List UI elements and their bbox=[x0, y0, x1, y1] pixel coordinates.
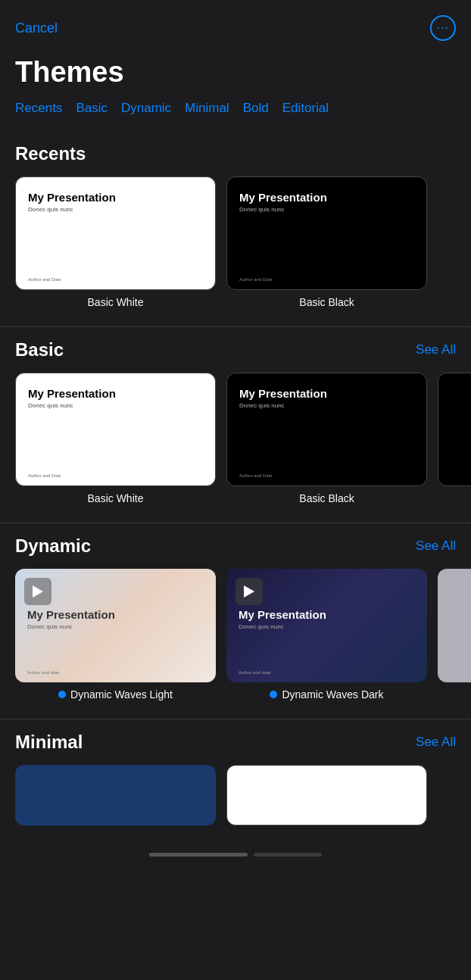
minimal-see-all-button[interactable]: See All bbox=[416, 735, 456, 750]
scroll-pill-inactive bbox=[254, 853, 322, 857]
preview-footer: Author and Date bbox=[239, 277, 414, 282]
theme-preview-partial bbox=[438, 373, 471, 486]
theme-preview-minimal-blue bbox=[15, 765, 216, 826]
preview-title: My Presentation bbox=[239, 608, 415, 621]
theme-card-minimal-white[interactable] bbox=[226, 765, 427, 826]
minimal-section: Minimal See All bbox=[0, 719, 471, 844]
category-tabs: Recents Basic Dynamic Minimal Bold Edito… bbox=[0, 101, 471, 131]
tab-recents[interactable]: Recents bbox=[15, 101, 62, 116]
preview-subtitle: Donec quis nunc bbox=[239, 623, 415, 630]
theme-card-partial-basic[interactable] bbox=[438, 373, 471, 504]
svg-marker-0 bbox=[33, 585, 43, 598]
theme-name: Basic Black bbox=[299, 296, 354, 308]
theme-preview-partial-dynamic bbox=[438, 569, 471, 682]
preview-title: My Presentation bbox=[239, 191, 414, 204]
theme-dot-indicator bbox=[58, 691, 66, 698]
recents-section-title: Recents bbox=[15, 143, 86, 164]
header: Cancel ··· bbox=[0, 0, 471, 48]
theme-preview-minimal-white bbox=[226, 765, 427, 826]
theme-preview-basic-white: My Presentation Donec quis nunc Author a… bbox=[15, 176, 216, 290]
basic-section-header: Basic See All bbox=[15, 339, 456, 360]
more-icon: ··· bbox=[437, 21, 449, 35]
bottom-scroll-indicator bbox=[0, 844, 471, 866]
theme-card-basic-black-basic[interactable]: My Presentation Donec quis nunc Author a… bbox=[226, 373, 427, 504]
preview-footer: Author and Date bbox=[28, 277, 203, 282]
preview-footer: Author and date bbox=[239, 670, 415, 675]
theme-name-with-dot: Dynamic Waves Dark bbox=[270, 688, 383, 701]
tab-basic[interactable]: Basic bbox=[76, 101, 108, 116]
svg-marker-1 bbox=[244, 585, 254, 598]
dynamic-see-all-button[interactable]: See All bbox=[416, 538, 456, 554]
theme-name: Dynamic Waves Dark bbox=[282, 688, 383, 701]
preview-title: My Presentation bbox=[28, 191, 203, 204]
theme-name: Basic Black bbox=[299, 492, 354, 504]
tab-editorial[interactable]: Editorial bbox=[282, 101, 329, 116]
dynamic-themes-row: My Presentation Donec quis nunc Author a… bbox=[15, 569, 456, 701]
cancel-button[interactable]: Cancel bbox=[15, 20, 58, 36]
tab-bold[interactable]: Bold bbox=[243, 101, 269, 116]
basic-see-all-button[interactable]: See All bbox=[416, 342, 456, 357]
preview-footer: Author and Date bbox=[28, 473, 203, 478]
preview-title: My Presentation bbox=[28, 387, 203, 400]
tab-minimal[interactable]: Minimal bbox=[185, 101, 229, 116]
basic-section-title: Basic bbox=[15, 339, 64, 360]
scroll-pill-active bbox=[149, 853, 248, 857]
theme-card-basic-white-recents[interactable]: My Presentation Donec quis nunc Author a… bbox=[15, 176, 216, 308]
more-options-button[interactable]: ··· bbox=[430, 15, 456, 41]
theme-card-minimal-blue[interactable] bbox=[15, 765, 216, 826]
theme-name: Dynamic Waves Light bbox=[70, 688, 173, 701]
theme-preview-basic-black-2: My Presentation Donec quis nunc Author a… bbox=[226, 373, 427, 486]
minimal-section-title: Minimal bbox=[15, 732, 83, 753]
recents-section-header: Recents bbox=[15, 143, 456, 164]
theme-name-with-dot: Dynamic Waves Light bbox=[58, 688, 173, 701]
play-icon bbox=[24, 578, 51, 605]
dynamic-section: Dynamic See All My Presentation Donec qu… bbox=[0, 523, 471, 719]
theme-name: Basic White bbox=[88, 296, 144, 308]
theme-preview-basic-white-2: My Presentation Donec quis nunc Author a… bbox=[15, 373, 216, 486]
dynamic-section-title: Dynamic bbox=[15, 535, 91, 557]
tab-dynamic[interactable]: Dynamic bbox=[121, 101, 171, 116]
basic-themes-row: My Presentation Donec quis nunc Author a… bbox=[15, 373, 456, 504]
theme-preview-basic-black: My Presentation Donec quis nunc Author a… bbox=[226, 176, 427, 290]
theme-card-basic-white-basic[interactable]: My Presentation Donec quis nunc Author a… bbox=[15, 373, 216, 504]
preview-footer: Author and date bbox=[27, 670, 204, 675]
theme-card-waves-light[interactable]: My Presentation Donec quis nunc Author a… bbox=[15, 569, 216, 701]
preview-subtitle: Donec quis nunc bbox=[239, 402, 414, 409]
preview-subtitle: Donec quis nunc bbox=[27, 623, 204, 630]
preview-title: My Presentation bbox=[27, 608, 204, 621]
theme-dot-indicator bbox=[270, 691, 277, 698]
theme-card-waves-dark[interactable]: My Presentation Donec quis nunc Author a… bbox=[226, 569, 427, 701]
preview-subtitle: Donec quis nunc bbox=[28, 402, 203, 409]
theme-card-basic-black-recents[interactable]: My Presentation Donec quis nunc Author a… bbox=[226, 176, 427, 308]
preview-subtitle: Donec quis nunc bbox=[28, 206, 203, 213]
theme-card-partial-dynamic[interactable] bbox=[438, 569, 471, 701]
page-title: Themes bbox=[0, 48, 471, 101]
dynamic-section-header: Dynamic See All bbox=[15, 535, 456, 557]
preview-title: My Presentation bbox=[239, 387, 414, 400]
theme-preview-waves-dark: My Presentation Donec quis nunc Author a… bbox=[226, 569, 427, 682]
recents-themes-row: My Presentation Donec quis nunc Author a… bbox=[15, 176, 456, 308]
basic-section: Basic See All My Presentation Donec quis… bbox=[0, 327, 471, 523]
play-icon bbox=[236, 578, 263, 605]
recents-section: Recents My Presentation Donec quis nunc … bbox=[0, 131, 471, 326]
theme-preview-waves-light: My Presentation Donec quis nunc Author a… bbox=[15, 569, 216, 682]
theme-name: Basic White bbox=[88, 492, 144, 504]
minimal-section-header: Minimal See All bbox=[15, 732, 456, 753]
preview-subtitle: Donec quis nunc bbox=[239, 206, 414, 213]
minimal-themes-row bbox=[15, 765, 456, 826]
preview-footer: Author and Date bbox=[239, 473, 414, 478]
